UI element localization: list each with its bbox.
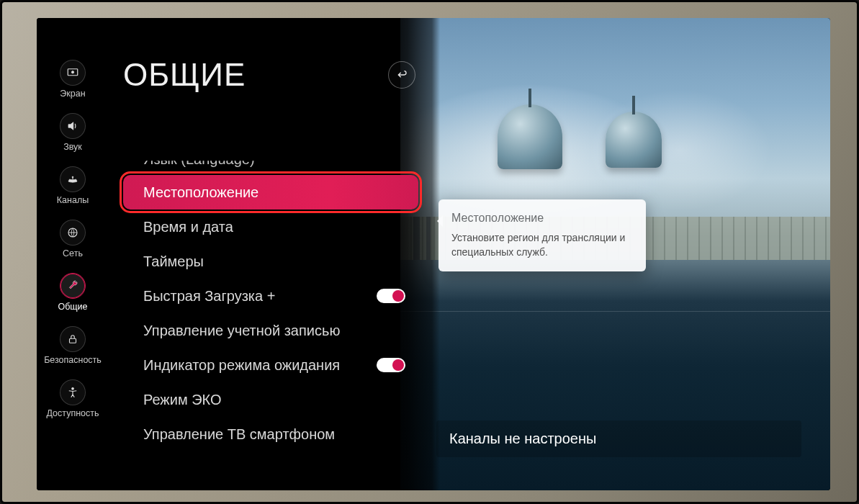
menu-item-label: Режим ЭКО (143, 392, 222, 408)
wallpaper-decor (606, 112, 662, 168)
menu-item-timers[interactable]: Таймеры (123, 244, 418, 279)
svg-point-5 (71, 387, 73, 390)
globe-icon (60, 220, 86, 246)
sidebar-item-label: Звук (63, 142, 82, 152)
sidebar-item-label: Общие (58, 302, 87, 312)
sidebar-item-label: Сеть (63, 248, 83, 258)
menu-item-label: Управление ТВ смартфоном (143, 426, 335, 443)
sidebar-item-accessibility[interactable]: Доступность (46, 379, 99, 418)
back-button[interactable] (388, 61, 415, 89)
settings-sidebar: Экран Звук Каналы Сеть Общие (37, 60, 109, 490)
menu-item-label: Индикатор режима ожидания (143, 357, 340, 374)
sidebar-item-channels[interactable]: Каналы (57, 166, 89, 205)
lock-icon (60, 326, 86, 352)
wallpaper-decor (498, 104, 562, 169)
speaker-icon (60, 113, 86, 139)
channel-status: Каналы не настроены (436, 420, 801, 457)
settings-main: ОБЩИЕ Язык (Language) Местоположение Вре… (123, 57, 418, 490)
back-arrow-icon (396, 69, 408, 81)
sidebar-item-label: Каналы (57, 195, 89, 205)
tooltip-body: Установите регион для трансляции и специ… (451, 230, 633, 260)
svg-point-2 (72, 176, 73, 178)
menu-item-label: Местоположение (143, 184, 258, 201)
menu-item-standby-indicator[interactable]: Индикатор режима ожидания (123, 348, 418, 382)
sidebar-item-security[interactable]: Безопасность (44, 326, 102, 365)
sidebar-item-screen[interactable]: Экран (60, 60, 86, 99)
menu-item-label: Управление учетной записью (143, 323, 340, 339)
display-icon (60, 60, 86, 86)
sidebar-item-network[interactable]: Сеть (60, 220, 86, 258)
wrench-icon (60, 273, 86, 299)
status-text: Каналы не настроены (449, 431, 596, 446)
toggle-switch[interactable] (377, 358, 405, 372)
sidebar-item-sound[interactable]: Звук (60, 113, 86, 152)
menu-item-quick-start[interactable]: Быстрая Загрузка + (123, 279, 418, 313)
sidebar-item-label: Экран (60, 89, 85, 99)
sidebar-item-label: Доступность (46, 408, 99, 418)
menu-item-label: Язык (Language) (143, 151, 255, 168)
svg-rect-4 (70, 338, 76, 343)
help-tooltip: Местоположение Установите регион для тра… (439, 199, 646, 271)
svg-point-1 (71, 71, 73, 73)
menu-item-label: Время и дата (143, 219, 233, 235)
toggle-switch[interactable] (377, 289, 405, 303)
accessibility-icon (60, 379, 86, 405)
menu-item-account[interactable]: Управление учетной записью (123, 313, 418, 348)
page-title: ОБЩИЕ (123, 57, 246, 93)
settings-list: Язык (Language) Местоположение Время и д… (123, 143, 418, 451)
tooltip-title: Местоположение (451, 210, 633, 226)
sidebar-item-general[interactable]: Общие (58, 273, 87, 312)
satellite-icon (60, 166, 86, 192)
tv-screen: Экран Звук Каналы Сеть Общие (37, 18, 830, 490)
menu-item-label: Таймеры (143, 253, 204, 270)
wallpaper-decor (400, 311, 830, 312)
menu-item-datetime[interactable]: Время и дата (123, 210, 418, 244)
menu-item-eco[interactable]: Режим ЭКО (123, 382, 418, 417)
menu-item-language[interactable]: Язык (Language) (123, 143, 418, 175)
menu-item-location[interactable]: Местоположение (123, 175, 418, 210)
menu-item-label: Быстрая Загрузка + (143, 288, 275, 305)
sidebar-item-label: Безопасность (44, 355, 102, 365)
menu-item-smartphone-control[interactable]: Управление ТВ смартфоном (123, 417, 418, 451)
